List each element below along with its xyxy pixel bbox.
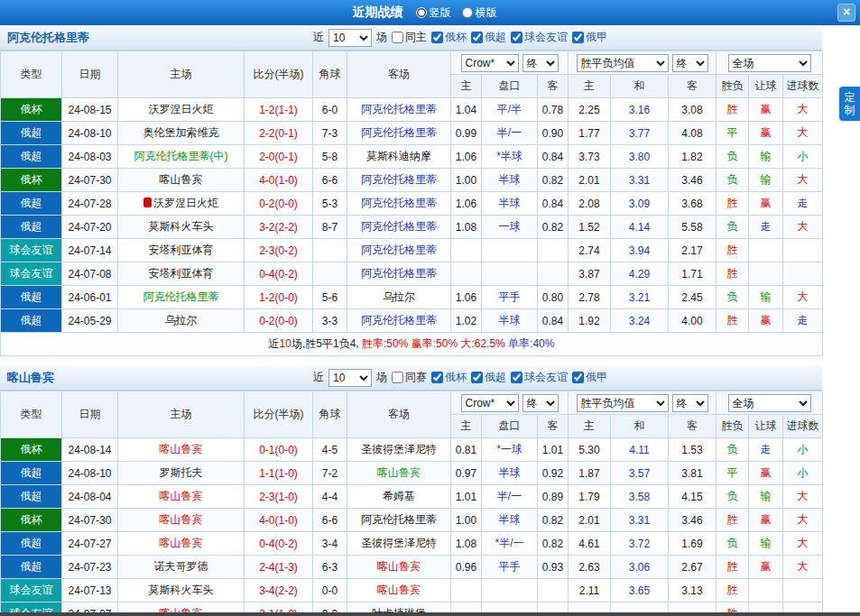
result-goals-cell: 走 [783, 192, 823, 216]
col-avg-away: 客 [669, 75, 717, 98]
score-cell: 2-3(1-0) [245, 485, 313, 509]
avg-draw-cell: 3.21 [611, 286, 669, 309]
match-date-cell: 24-08-10 [62, 122, 118, 145]
avg-away-cell: 3.81 [669, 462, 717, 485]
home-team-cell[interactable]: 沃罗涅日火炬 [118, 192, 245, 216]
home-team-cell[interactable]: 喀山鲁宾 [118, 509, 245, 532]
asia-away-odds-cell: 0.78 [538, 98, 569, 122]
home-team-cell[interactable]: 安塔利亚体育 [118, 239, 245, 262]
match-date-cell: 24-07-14 [62, 239, 118, 262]
match-count-select[interactable]: 10 [328, 29, 372, 47]
home-team-cell[interactable]: 乌拉尔 [118, 309, 245, 333]
away-team-cell[interactable]: 阿克伦托格里蒂 [347, 309, 451, 333]
home-team-cell[interactable]: 诺夫哥罗德 [118, 556, 245, 579]
summary-segment: 赢率:50% [408, 337, 458, 350]
avg-time-select[interactable]: 终 [672, 394, 708, 412]
layout-vertical-option[interactable]: 竖版 [416, 5, 451, 21]
avg-time-select[interactable]: 终 [672, 54, 708, 72]
league-checkbox-friendly[interactable]: 球会友谊 [511, 370, 568, 385]
team-title-rubin: 喀山鲁宾 [0, 370, 313, 386]
league-checkbox-first[interactable]: 俄甲 [572, 370, 607, 385]
asia-away-odds-cell: 0.92 [538, 462, 569, 485]
result-wdl-cell: 平 [717, 462, 749, 485]
result-wdl-cell: 负 [717, 216, 749, 239]
away-team-cell[interactable]: 喀山鲁宾 [347, 556, 451, 579]
league-checkbox-super[interactable]: 俄超 [471, 370, 506, 385]
match-count-select[interactable]: 10 [328, 369, 372, 387]
away-team-cell[interactable]: 喀山鲁宾 [347, 579, 451, 602]
super-input[interactable] [471, 372, 483, 383]
league-checkbox-super[interactable]: 俄超 [471, 30, 506, 45]
league-checkbox-cup[interactable]: 俄杯 [431, 370, 467, 385]
away-team-cell[interactable]: 阿克伦托格里蒂 [347, 192, 451, 216]
odds-time-select[interactable]: 终 [522, 394, 559, 412]
col-corners: 角球 [313, 51, 347, 98]
full-match-select[interactable]: 全场 [728, 54, 811, 72]
home-team-cell[interactable]: 喀山鲁宾 [118, 438, 245, 462]
home-team-cell[interactable]: 阿克伦托格里蒂(中) [118, 145, 245, 169]
away-team-cell[interactable]: 希姆基 [347, 485, 451, 509]
scope-select-cell: 全场 [717, 51, 823, 75]
friendly-input[interactable] [511, 32, 522, 43]
home-team-cell[interactable]: 莫斯科火车头 [118, 579, 245, 602]
odds-company-select[interactable]: Crow* [461, 54, 519, 72]
league-checkbox-first[interactable]: 俄甲 [572, 30, 607, 45]
odds-selects: Crow*终 [451, 391, 569, 415]
avg-odds-select[interactable]: 胜平负均值 [577, 54, 669, 72]
layout-horizontal-option[interactable]: 横版 [462, 5, 497, 21]
horizontal-radio[interactable] [462, 7, 473, 18]
customize-tab[interactable]: 定制 [839, 87, 860, 121]
odds-time-select[interactable]: 终 [522, 54, 559, 72]
result-goals-cell [783, 579, 823, 602]
home-team-cell[interactable]: 阿克伦托格里蒂 [118, 286, 245, 309]
same-home-input[interactable] [392, 32, 403, 43]
home-team-cell[interactable]: 喀山鲁宾 [118, 532, 245, 556]
first-input[interactable] [572, 372, 584, 383]
result-wdl-cell: 胜 [717, 262, 749, 286]
avg-away-cell: 3.46 [669, 169, 717, 192]
avg-odds-select[interactable]: 胜平负均值 [577, 394, 669, 412]
result-handicap-cell: 走 [749, 438, 783, 462]
league-checkbox-cup[interactable]: 俄杯 [431, 30, 467, 45]
home-team-cell[interactable]: 安塔利亚体育 [118, 262, 245, 286]
away-team-cell[interactable]: 莫斯科迪纳摩 [347, 145, 451, 169]
summary-segment: 单率:40% [505, 337, 555, 350]
away-team-cell[interactable]: 阿克伦托格里蒂 [347, 169, 451, 192]
match-date-cell: 24-05-29 [62, 309, 118, 333]
avg-draw-cell: 3.65 [611, 579, 669, 602]
result-goals-cell: 小 [783, 145, 823, 169]
same-home-checkbox[interactable]: 同主 [392, 30, 427, 45]
home-team-cell[interactable]: 奥伦堡加索维克 [118, 122, 245, 145]
avg-away-cell: 3.08 [669, 98, 717, 122]
home-team-cell[interactable]: 沃罗涅日火炬 [118, 98, 245, 122]
cup-input[interactable] [431, 372, 443, 383]
first-input[interactable] [572, 32, 584, 43]
away-team-cell[interactable]: 阿克伦托格里蒂 [347, 262, 451, 286]
league-type-cell: 俄杯 [1, 169, 62, 192]
away-team-cell[interactable]: 阿克伦托格里蒂 [347, 98, 451, 122]
friendly-input[interactable] [511, 372, 522, 383]
away-team-cell[interactable]: 阿克伦托格里蒂 [347, 122, 451, 145]
home-team-cell[interactable]: 喀山鲁宾 [118, 169, 245, 192]
same-league-input[interactable] [392, 372, 403, 383]
away-team-cell[interactable]: 喀山鲁宾 [347, 462, 451, 485]
away-team-cell[interactable]: 圣彼得堡泽尼特 [347, 438, 451, 462]
odds-company-select[interactable]: Crow* [461, 394, 519, 412]
home-team-cell[interactable]: 罗斯托夫 [118, 462, 245, 485]
home-team-cell[interactable]: 喀山鲁宾 [118, 485, 245, 509]
away-team-cell[interactable]: 阿克伦托格里蒂 [347, 239, 451, 262]
odds-selects: Crow*终 [451, 51, 569, 75]
full-match-select[interactable]: 全场 [728, 394, 811, 412]
home-team-cell[interactable]: 莫斯科火车头 [118, 216, 245, 239]
away-team-cell[interactable]: 乌拉尔 [347, 286, 451, 309]
away-team-cell[interactable]: 圣彼得堡泽尼特 [347, 532, 451, 556]
cup-input[interactable] [431, 32, 443, 43]
league-checkbox-friendly[interactable]: 球会友谊 [511, 30, 568, 45]
away-team-cell[interactable]: 阿克伦托格里蒂 [347, 509, 451, 532]
super-input[interactable] [471, 32, 483, 43]
vertical-radio[interactable] [416, 7, 427, 18]
same-league-checkbox[interactable]: 同赛 [392, 370, 427, 385]
asia-home-odds-cell: 0.99 [451, 122, 482, 145]
away-team-cell[interactable]: 阿克伦托格里蒂 [347, 216, 451, 239]
close-button[interactable]: × [837, 4, 855, 22]
